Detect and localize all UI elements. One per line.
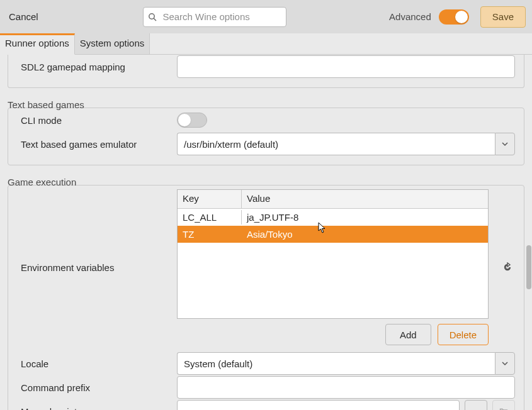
env-table-row[interactable]: TZAsia/Tokyo <box>178 226 488 243</box>
text-emulator-select[interactable]: /usr/bin/xterm (default) <box>177 133 515 155</box>
env-col-key[interactable]: Key <box>178 190 242 208</box>
save-button[interactable]: Save <box>480 6 526 28</box>
tab-bar: Runner options System options <box>0 33 532 55</box>
chevron-down-icon[interactable] <box>495 352 515 375</box>
tab-runner-options[interactable]: Runner options <box>0 33 75 55</box>
command-prefix-label: Command prefix <box>17 382 171 393</box>
env-vars-label: Environment variables <box>17 189 171 273</box>
env-cell-key[interactable]: LC_ALL <box>178 210 242 224</box>
env-cell-value[interactable]: Asia/Tokyo <box>242 227 488 241</box>
locale-label: Locale <box>17 358 171 369</box>
text-games-panel: CLI mode Text based games emulator /usr/… <box>8 108 524 165</box>
header-bar: Cancel Advanced Save <box>0 0 532 33</box>
env-col-value[interactable]: Value <box>242 190 488 208</box>
cancel-button[interactable]: Cancel <box>6 8 41 26</box>
search-input[interactable] <box>143 7 286 27</box>
sdl2-mapping-input[interactable] <box>177 55 515 78</box>
env-delete-button[interactable]: Delete <box>438 324 489 345</box>
env-add-button[interactable]: Add <box>385 324 431 345</box>
locale-value: System (default) <box>177 352 495 375</box>
text-emulator-value: /usr/bin/xterm (default) <box>177 133 495 155</box>
open-folder-button <box>492 400 515 410</box>
cli-mode-label: CLI mode <box>17 115 171 126</box>
env-vars-table[interactable]: Key Value LC_ALLja_JP.UTF-8TZAsia/Tokyo <box>177 189 489 319</box>
manual-script-label: Manual script <box>17 406 171 411</box>
env-table-row[interactable]: LC_ALLja_JP.UTF-8 <box>178 209 488 226</box>
advanced-toggle[interactable] <box>439 9 469 25</box>
manual-script-input[interactable] <box>177 400 460 410</box>
env-cell-value[interactable]: ja_JP.UTF-8 <box>242 210 488 224</box>
prior-group-panel: SDL2 gamepad mapping <box>8 55 524 88</box>
locale-select[interactable]: System (default) <box>177 352 515 375</box>
env-cell-key[interactable]: TZ <box>178 227 242 241</box>
tab-system-options[interactable]: System options <box>75 33 150 54</box>
advanced-label: Advanced <box>389 11 431 22</box>
revert-icon[interactable] <box>500 189 515 272</box>
browse-button[interactable] <box>465 400 487 410</box>
command-prefix-input[interactable] <box>177 376 515 399</box>
search-field-wrap <box>143 7 286 27</box>
chevron-down-icon[interactable] <box>495 133 515 155</box>
game-exec-panel: Environment variables Key Value LC_ALLja… <box>8 185 524 410</box>
env-table-header: Key Value <box>178 190 488 209</box>
cli-mode-toggle[interactable] <box>177 113 207 128</box>
text-emulator-label: Text based games emulator <box>17 139 171 150</box>
scrollbar-thumb[interactable] <box>526 245 531 289</box>
options-scroll-area[interactable]: SDL2 gamepad mapping Text based games CL… <box>0 55 532 410</box>
sdl2-mapping-label: SDL2 gamepad mapping <box>17 62 171 72</box>
